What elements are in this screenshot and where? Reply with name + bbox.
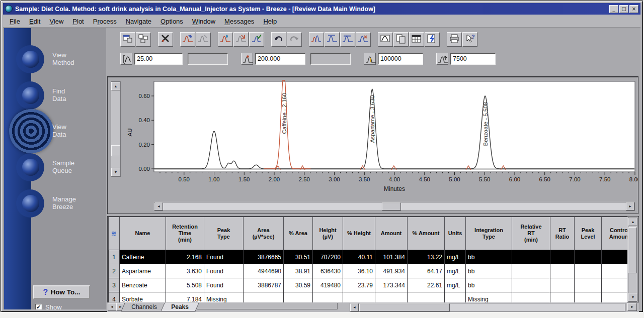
context-help-button[interactable]: ? [462, 32, 477, 47]
cell-num[interactable]: 1 [109, 250, 120, 264]
chromatogram-plot[interactable]: 0.501.001.502.002.503.003.504.004.505.00… [124, 79, 638, 202]
table-row-caffeine[interactable]: 1Caffeine2.168Found387666530.5170720040.… [109, 250, 628, 264]
scroll-left-icon[interactable]: ◄ [154, 202, 163, 210]
results-table-button[interactable] [409, 32, 424, 47]
cell-rt[interactable]: 3.630 [166, 264, 204, 278]
manual-calibrate-button[interactable] [249, 32, 264, 47]
tab-peaks[interactable]: Peaks [160, 303, 199, 311]
cell-pct_amount[interactable] [408, 292, 445, 303]
column-header-control_amount[interactable]: Control Amount [602, 217, 628, 250]
au-scale-button[interactable] [364, 53, 376, 65]
cell-amount[interactable]: 173.344 [375, 278, 408, 292]
cell-pct_amount[interactable]: 22.61 [408, 278, 445, 292]
cell-units[interactable]: mg/L [445, 264, 466, 278]
menu-messages[interactable]: Messages [220, 16, 259, 27]
cell-height[interactable]: 419480 [313, 278, 343, 292]
minimize-button[interactable]: _ [609, 5, 618, 13]
cell-rt_ratio[interactable] [550, 264, 575, 278]
cell-peak_level[interactable] [575, 292, 602, 303]
chart-vertical-scrollbar[interactable]: ▲ ▼ [111, 81, 121, 177]
cell-height[interactable]: 636430 [313, 264, 343, 278]
cell-units[interactable]: mg/L [445, 278, 466, 292]
cell-peak_level[interactable] [575, 278, 602, 292]
maximize-button[interactable]: □ [619, 5, 628, 13]
cell-relative_rt[interactable] [512, 292, 550, 303]
quick-report-button[interactable] [425, 32, 440, 47]
cell-name[interactable]: Benzoate [120, 278, 166, 292]
cell-rt_ratio[interactable] [550, 278, 575, 292]
menu-process[interactable]: Process [89, 16, 121, 27]
sidebar-item-sample-queue[interactable]: Sample Queue [3, 151, 106, 187]
menu-edit[interactable]: Edit [25, 16, 45, 27]
compare-standards-button[interactable] [309, 32, 324, 47]
show-checkbox[interactable]: ✔ [35, 304, 42, 309]
menu-help[interactable]: Help [259, 16, 281, 27]
cell-name[interactable]: Aspartame [120, 264, 166, 278]
peak-annotate-alt-button[interactable] [340, 32, 355, 47]
sidebar-item-view-method[interactable]: View Method [3, 43, 106, 79]
cell-pct_amount[interactable]: 64.17 [408, 264, 445, 278]
column-header-pct_height[interactable]: % Height [343, 217, 375, 250]
peak-annotate-button[interactable] [325, 32, 340, 47]
column-header-rt_ratio[interactable]: RT Ratio [550, 217, 575, 250]
threshold-field[interactable]: 7500 [450, 53, 496, 65]
cell-relative_rt[interactable] [512, 264, 550, 278]
cell-area[interactable]: 3886787 [244, 278, 284, 292]
scroll-left-icon[interactable]: ◄ [350, 303, 359, 311]
au-scale-field[interactable]: 100000 [378, 53, 423, 65]
cell-integration_type[interactable]: bb [466, 264, 512, 278]
cell-name[interactable]: Caffeine [120, 250, 166, 264]
cell-amount[interactable]: 491.934 [375, 264, 408, 278]
cell-height[interactable] [313, 292, 343, 303]
injection-volume-button[interactable] [120, 53, 132, 65]
sidebar-item-find-data[interactable]: Find Data [3, 79, 106, 116]
menu-options[interactable]: Options [156, 16, 188, 27]
menu-window[interactable]: Window [188, 16, 220, 27]
cell-rt[interactable]: 7.184 [166, 292, 204, 303]
cell-integration_type[interactable]: bb [466, 278, 512, 292]
cell-pct_area[interactable]: 30.59 [284, 278, 313, 292]
cell-pct_amount[interactable]: 13.22 [408, 250, 445, 264]
column-header-rt[interactable]: Retention Time (min) [166, 217, 204, 250]
table-vscroll-thumb[interactable] [628, 227, 637, 273]
how-to-button[interactable]: ?How To... [33, 285, 90, 299]
redo-button[interactable] [287, 32, 302, 47]
cell-control_amount[interactable] [602, 292, 628, 303]
sidebar-item-view-data[interactable]: View Data [3, 115, 106, 151]
menu-navigate[interactable]: Navigate [121, 16, 156, 27]
wavelength-button[interactable] [241, 53, 253, 65]
cell-units[interactable] [445, 292, 466, 303]
column-header-selector[interactable]: ≋ [109, 217, 120, 250]
cell-area[interactable]: 3876665 [244, 250, 284, 264]
cell-pct_height[interactable]: 23.79 [343, 278, 375, 292]
close-button[interactable]: × [629, 5, 638, 13]
sidebar-item-manage-breeze[interactable]: Manage Breeze [3, 187, 106, 224]
table-row-benzoate[interactable]: 3Benzoate5.508Found388678730.5941948023.… [109, 278, 628, 292]
cell-integration_type[interactable]: bb [466, 250, 512, 264]
cell-height[interactable]: 707200 [313, 250, 343, 264]
scroll-up-icon[interactable]: ▲ [111, 82, 120, 90]
menu-file[interactable]: File [5, 16, 25, 27]
integration-tools-button[interactable] [158, 32, 173, 47]
quick-process-button[interactable] [233, 32, 249, 47]
menu-plot[interactable]: Plot [68, 16, 88, 27]
cell-num[interactable]: 2 [109, 264, 120, 278]
zoom-plot-button[interactable] [378, 32, 393, 47]
tab-scroll-left-icon[interactable]: ◄ [108, 303, 116, 311]
cell-peak_type[interactable]: Missing [204, 292, 244, 303]
cell-area[interactable]: 4944690 [244, 264, 284, 278]
print-button[interactable] [447, 32, 462, 47]
cell-relative_rt[interactable] [512, 250, 550, 264]
cell-peak_type[interactable]: Found [204, 250, 244, 264]
chart-hscroll-thumb[interactable] [382, 202, 401, 210]
cell-units[interactable]: mg/L [445, 250, 466, 264]
column-header-relative_rt[interactable]: Relative RT (min) [512, 217, 550, 250]
scroll-down-icon[interactable]: ▼ [111, 168, 120, 176]
table-horizontal-scrollbar[interactable]: ◄ [350, 303, 625, 312]
new-sample-button[interactable] [120, 32, 135, 47]
cell-peak_type[interactable]: Found [204, 264, 244, 278]
undo-button[interactable] [271, 32, 286, 47]
scroll-up-icon[interactable]: ▲ [628, 218, 637, 226]
cell-pct_height[interactable] [343, 292, 375, 303]
cell-control_amount[interactable] [602, 264, 628, 278]
